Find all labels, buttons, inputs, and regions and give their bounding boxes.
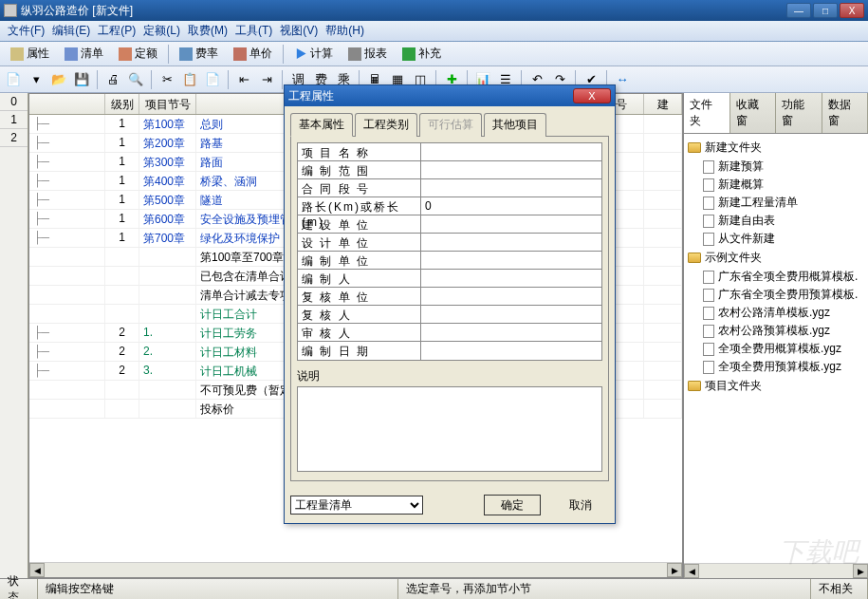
level-cell: 2 xyxy=(105,362,139,380)
file-icon xyxy=(703,160,714,174)
scroll-track[interactable] xyxy=(699,564,853,578)
file-item[interactable]: 广东省全项全费用预算模板. xyxy=(688,286,864,304)
section-cell: 3. xyxy=(139,362,196,380)
indent-icon[interactable]: ⇥ xyxy=(257,70,276,89)
menu-project[interactable]: 工程(P) xyxy=(94,21,139,41)
tb-supplement[interactable]: 补充 xyxy=(396,43,448,65)
property-value[interactable] xyxy=(421,324,601,341)
col-level[interactable]: 级别 xyxy=(105,94,139,114)
tb-report[interactable]: 报表 xyxy=(342,43,394,65)
ltab-0[interactable]: 0 xyxy=(0,93,28,111)
tree-cell xyxy=(29,305,105,323)
property-value[interactable] xyxy=(421,270,601,287)
save-icon[interactable]: 💾 xyxy=(72,70,91,89)
outdent-icon[interactable]: ⇤ xyxy=(234,70,253,89)
folder-item[interactable]: 新建文件夹 xyxy=(688,138,864,158)
paste-icon[interactable]: 📄 xyxy=(203,70,222,89)
minimize-button[interactable]: — xyxy=(786,3,811,18)
file-item[interactable]: 新建自由表 xyxy=(688,212,864,230)
menu-help[interactable]: 帮助(H) xyxy=(322,21,368,41)
rtab-data[interactable]: 数据窗 xyxy=(822,93,869,133)
menu-view[interactable]: 视图(V) xyxy=(276,21,322,41)
property-value[interactable]: 0 xyxy=(421,197,601,215)
menu-quota[interactable]: 定额(L) xyxy=(139,21,184,41)
property-value[interactable] xyxy=(421,234,601,251)
scroll-right-icon[interactable]: ▶ xyxy=(667,563,682,577)
type-select[interactable]: 工程量清单 xyxy=(290,496,423,515)
rp-h-scrollbar[interactable]: ◀ ▶ xyxy=(684,563,868,578)
file-item[interactable]: 农村公路清单模板.ygz xyxy=(688,304,864,322)
property-row: 复 核 人 xyxy=(298,306,601,324)
tb-properties[interactable]: 属性 xyxy=(4,43,56,65)
scroll-left-icon[interactable]: ◀ xyxy=(684,564,699,578)
ok-button[interactable]: 确定 xyxy=(484,495,541,515)
cut-icon[interactable]: ✂ xyxy=(157,70,176,89)
scroll-track[interactable] xyxy=(45,563,667,577)
property-label: 建 设 单 位 xyxy=(298,215,421,233)
new-dropdown-icon[interactable]: ▾ xyxy=(27,70,46,89)
property-label: 编 制 范 围 xyxy=(298,161,421,178)
dtab-other[interactable]: 其他项目 xyxy=(484,113,546,137)
maximize-button[interactable]: □ xyxy=(813,3,838,18)
property-value[interactable] xyxy=(421,215,601,233)
rtab-function[interactable]: 功能窗 xyxy=(776,93,822,133)
property-value[interactable] xyxy=(421,288,601,305)
file-item[interactable]: 新建预算 xyxy=(688,158,864,176)
tb-price[interactable]: 单价 xyxy=(227,43,279,65)
ltab-2[interactable]: 2 xyxy=(0,129,28,147)
col-section[interactable]: 项目节号 xyxy=(139,94,196,114)
folder-item[interactable]: 项目文件夹 xyxy=(688,376,864,396)
tb-list[interactable]: 清单 xyxy=(58,43,110,65)
file-item[interactable]: 新建概算 xyxy=(688,176,864,194)
new-icon[interactable]: 📄 xyxy=(4,70,23,89)
rtab-folder[interactable]: 文件夹 xyxy=(684,93,730,133)
tb-rate[interactable]: 费率 xyxy=(173,43,225,65)
menu-edit[interactable]: 编辑(E) xyxy=(48,21,94,41)
dtab-basic[interactable]: 基本属性 xyxy=(290,113,353,137)
dialog-close-button[interactable]: X xyxy=(573,88,611,103)
file-label: 广东省全项全费用概算模板. xyxy=(718,269,858,285)
property-value[interactable] xyxy=(421,252,601,269)
property-row: 编 制 日 期 xyxy=(298,342,601,360)
file-item[interactable]: 全项全费用概算模板.ygz xyxy=(688,340,864,358)
file-label: 广东省全项全费用预算模板. xyxy=(718,287,858,303)
folder-tree: 新建文件夹新建预算新建概算新建工程量清单新建自由表从文件新建示例文件夹广东省全项… xyxy=(684,134,868,563)
col-build[interactable]: 建 xyxy=(644,94,682,114)
close-button[interactable]: X xyxy=(840,3,864,18)
dialog-titlebar[interactable]: 工程属性 X xyxy=(285,85,615,106)
menu-fee[interactable]: 取费(M) xyxy=(184,21,231,41)
ltab-1[interactable]: 1 xyxy=(0,111,28,129)
print-icon[interactable]: 🖨 xyxy=(103,70,122,89)
property-value[interactable] xyxy=(421,143,601,160)
tb-quota[interactable]: 定额 xyxy=(112,43,164,65)
tb-calc[interactable]: 计算 xyxy=(287,43,340,65)
file-item[interactable]: 农村公路预算模板.ygz xyxy=(688,322,864,340)
file-item[interactable]: 从文件新建 xyxy=(688,230,864,248)
property-value[interactable] xyxy=(421,179,601,197)
file-item[interactable]: 全项全费用预算模板.ygz xyxy=(688,358,864,376)
property-value[interactable] xyxy=(421,161,601,178)
file-item[interactable]: 广东省全项全费用概算模板. xyxy=(688,268,864,286)
section-cell: 2. xyxy=(139,343,196,361)
rtab-favorite[interactable]: 收藏窗 xyxy=(730,93,777,133)
scroll-left-icon[interactable]: ◀ xyxy=(29,563,45,577)
menu-file[interactable]: 文件(F) xyxy=(4,21,48,41)
dtab-category[interactable]: 工程类别 xyxy=(355,113,417,137)
scroll-right-icon[interactable]: ▶ xyxy=(853,564,868,578)
property-value[interactable] xyxy=(421,306,601,323)
open-icon[interactable]: 📂 xyxy=(49,70,68,89)
arrows-icon[interactable]: ↔ xyxy=(613,70,632,89)
section-cell: 第700章 xyxy=(139,229,196,247)
property-value[interactable] xyxy=(421,342,601,360)
file-label: 农村公路清单模板.ygz xyxy=(718,305,830,321)
preview-icon[interactable]: 🔍 xyxy=(126,70,145,89)
menu-tools[interactable]: 工具(T) xyxy=(231,21,276,41)
separator xyxy=(97,70,98,89)
folder-item[interactable]: 示例文件夹 xyxy=(688,248,864,268)
file-item[interactable]: 新建工程量清单 xyxy=(688,194,864,212)
file-icon xyxy=(703,233,714,246)
copy-icon[interactable]: 📋 xyxy=(180,70,199,89)
cancel-button[interactable]: 取消 xyxy=(552,495,609,515)
h-scrollbar[interactable]: ◀ ▶ xyxy=(29,562,682,577)
description-textarea[interactable] xyxy=(297,386,602,472)
